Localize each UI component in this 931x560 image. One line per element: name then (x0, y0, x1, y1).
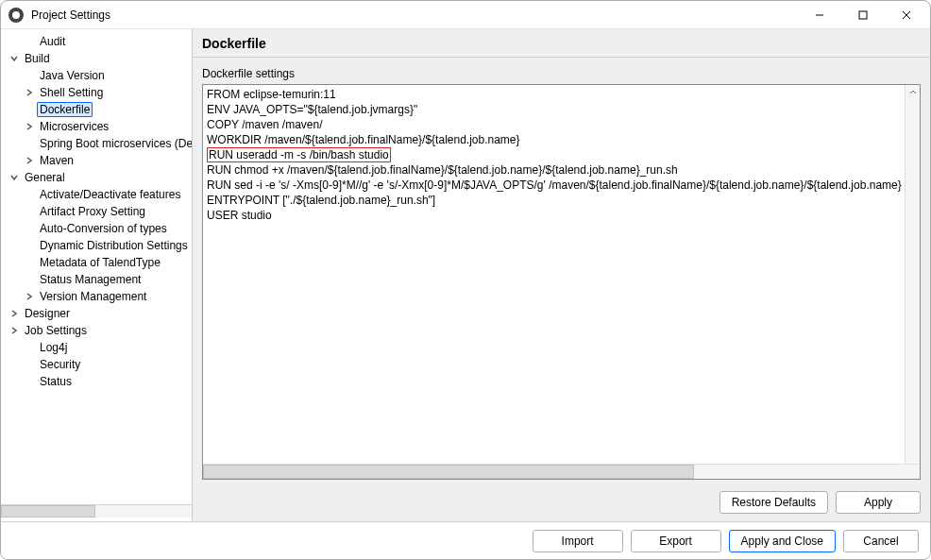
twisty-spacer (22, 34, 37, 49)
tree-item-label: Shell Setting (37, 86, 106, 99)
tree-item[interactable]: Job Settings (1, 322, 192, 339)
tree-item-label: Status Management (37, 273, 144, 286)
tree-item-label: Designer (22, 307, 73, 320)
tree-item-label: Audit (37, 35, 68, 48)
tree-item[interactable]: Status (1, 373, 192, 390)
twisty-spacer (22, 340, 37, 355)
twisty-spacer (22, 357, 37, 372)
tree-item-label: Maven (37, 154, 76, 167)
apply-button[interactable]: Apply (836, 491, 921, 514)
tree-item[interactable]: Dynamic Distribution Settings (1, 237, 192, 254)
window-controls (798, 1, 928, 29)
tree-item[interactable]: Metadata of TalendType (1, 254, 192, 271)
dialog-footer: Import Export Apply and Close Cancel (1, 521, 930, 559)
panel-label: Dockerfile settings (202, 67, 921, 80)
apply-and-close-button[interactable]: Apply and Close (729, 530, 836, 552)
sidebar-horizontal-scrollbar[interactable] (1, 504, 192, 518)
tree-item-label: Artifact Proxy Setting (37, 205, 148, 218)
tree-item-label: Java Version (37, 69, 108, 82)
tree-item-label: Auto-Conversion of types (37, 222, 170, 235)
tree-item[interactable]: General (1, 169, 192, 186)
sidebar: AuditBuildJava VersionShell SettingDocke… (1, 29, 193, 521)
chevron-right-icon[interactable] (22, 153, 37, 168)
main-panel: Dockerfile Dockerfile settings FROM ecli… (193, 29, 930, 521)
tree-item[interactable]: Microservices (1, 118, 192, 135)
export-button[interactable]: Export (631, 530, 721, 552)
twisty-spacer (22, 374, 37, 389)
panel-buttons: Restore Defaults Apply (193, 485, 930, 521)
tree-item-label: Dynamic Distribution Settings (37, 239, 191, 252)
tree-item-label: Log4j (37, 341, 70, 354)
tree-item[interactable]: Designer (1, 305, 192, 322)
editor-vertical-scrollbar[interactable] (905, 85, 920, 479)
chevron-right-icon[interactable] (22, 85, 37, 100)
chevron-right-icon[interactable] (22, 119, 37, 134)
app-icon (8, 8, 24, 23)
window-title: Project Settings (31, 8, 798, 22)
tree-item-label: Activate/Deactivate features (37, 188, 183, 201)
cancel-button[interactable]: Cancel (843, 530, 919, 552)
svg-point-0 (12, 11, 20, 19)
tree-item-label: Spring Boot microservices (Deprecated) (37, 137, 192, 150)
editor-wrap: FROM eclipse-temurin:11 ENV JAVA_OPTS="$… (202, 84, 921, 480)
main-heading-bar: Dockerfile (193, 29, 930, 58)
tree-item[interactable]: Shell Setting (1, 84, 192, 101)
tree-item[interactable]: Maven (1, 152, 192, 169)
scrollbar-thumb[interactable] (1, 505, 95, 518)
chevron-right-icon[interactable] (7, 323, 22, 338)
settings-tree: AuditBuildJava VersionShell SettingDocke… (1, 33, 192, 504)
tree-item-label: Metadata of TalendType (37, 256, 163, 269)
close-button[interactable] (885, 1, 928, 29)
restore-defaults-button[interactable]: Restore Defaults (719, 491, 828, 514)
tree-item[interactable]: Status Management (1, 271, 192, 288)
tree-item[interactable]: Version Management (1, 288, 192, 305)
tree-item-label: Status (37, 375, 75, 388)
tree-item[interactable]: Build (1, 50, 192, 67)
tree-item[interactable]: Artifact Proxy Setting (1, 203, 192, 220)
dockerfile-editor[interactable]: FROM eclipse-temurin:11 ENV JAVA_OPTS="$… (203, 85, 920, 464)
highlighted-line: RUN useradd -m -s /bin/bash studio (207, 147, 391, 162)
scrollbar-thumb[interactable] (203, 465, 694, 479)
chevron-down-icon[interactable] (7, 51, 22, 66)
dockerfile-panel: Dockerfile settings FROM eclipse-temurin… (202, 67, 921, 480)
tree-item-label: Dockerfile (37, 102, 93, 117)
tree-item[interactable]: Log4j (1, 339, 192, 356)
chevron-right-icon[interactable] (22, 289, 37, 304)
maximize-button[interactable] (841, 1, 885, 29)
tree-item[interactable]: Java Version (1, 67, 192, 84)
titlebar: Project Settings (1, 1, 930, 29)
tree-item[interactable]: Dockerfile (1, 101, 192, 118)
tree-item-label: Security (37, 358, 83, 371)
tree-item[interactable]: Security (1, 356, 192, 373)
editor-horizontal-scrollbar[interactable] (203, 464, 920, 479)
chevron-down-icon[interactable] (7, 170, 22, 185)
tree-item[interactable]: Auto-Conversion of types (1, 220, 192, 237)
tree-item[interactable]: Activate/Deactivate features (1, 186, 192, 203)
tree-item-label: General (22, 171, 68, 184)
minimize-button[interactable] (798, 1, 841, 29)
import-button[interactable]: Import (533, 530, 623, 552)
chevron-right-icon[interactable] (7, 306, 22, 321)
scroll-up-icon[interactable] (906, 85, 920, 100)
tree-item-label: Job Settings (22, 324, 90, 337)
tree-item-label: Version Management (37, 290, 149, 303)
tree-item[interactable]: Spring Boot microservices (Deprecated) (1, 135, 192, 152)
svg-rect-2 (859, 11, 867, 19)
tree-item[interactable]: Audit (1, 33, 192, 50)
main-heading: Dockerfile (202, 36, 266, 51)
content: AuditBuildJava VersionShell SettingDocke… (1, 29, 930, 521)
tree-item-label: Microservices (37, 120, 111, 133)
tree-item-label: Build (22, 52, 53, 65)
